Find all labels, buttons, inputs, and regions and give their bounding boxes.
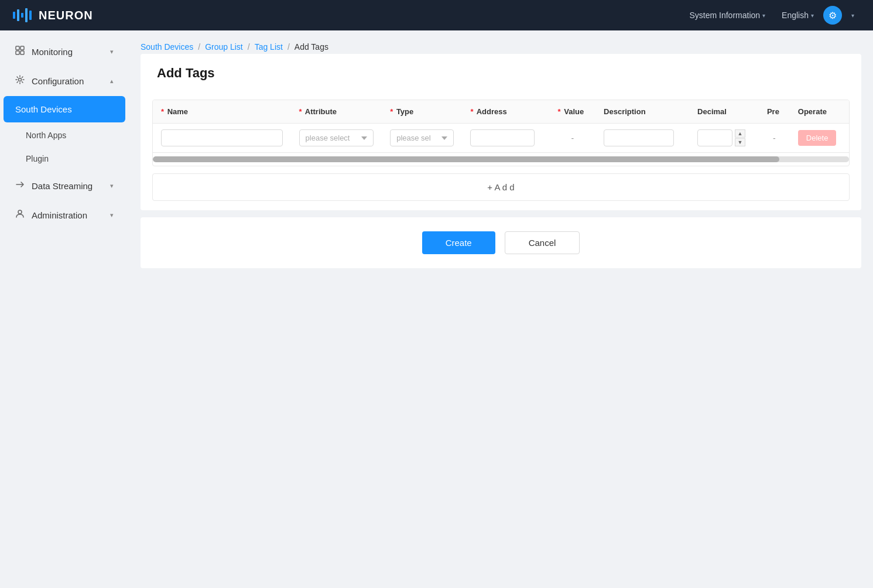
svg-rect-6 bbox=[20, 46, 24, 50]
svg-point-10 bbox=[18, 210, 22, 214]
decimal-input[interactable] bbox=[697, 129, 732, 146]
breadcrumb: South Devices / Group List / Tag List / … bbox=[141, 42, 861, 52]
tag-table-wrapper: * Name * Attribute * Type bbox=[152, 100, 850, 166]
breadcrumb-sep-2: / bbox=[248, 42, 250, 52]
sidebar-item-data-streaming[interactable]: Data Streaming ▾ bbox=[4, 172, 125, 200]
plugin-label: Plugin bbox=[26, 154, 49, 163]
configuration-chevron: ▴ bbox=[110, 77, 114, 85]
svg-rect-1 bbox=[17, 9, 19, 21]
sidebar-item-administration[interactable]: Administration ▾ bbox=[4, 201, 125, 229]
breadcrumb-south-devices[interactable]: South Devices bbox=[141, 42, 193, 52]
sidebar-item-administration-label: Administration bbox=[32, 210, 87, 220]
logo-text: NEURON bbox=[39, 9, 93, 22]
north-apps-label: North Apps bbox=[26, 131, 66, 140]
address-input[interactable] bbox=[470, 129, 535, 146]
logo-area: NEURON bbox=[12, 7, 93, 23]
sidebar-item-monitoring[interactable]: Monitoring ▾ bbox=[4, 37, 125, 66]
col-value: * Value bbox=[550, 100, 596, 124]
breadcrumb-sep-1: / bbox=[198, 42, 200, 52]
table-row: please select please sel bbox=[153, 124, 849, 153]
user-menu-button[interactable]: ▾ bbox=[844, 9, 861, 22]
col-address: * Address bbox=[462, 100, 549, 124]
configuration-icon bbox=[15, 75, 25, 87]
cancel-button[interactable]: Cancel bbox=[505, 231, 580, 254]
col-type: * Type bbox=[382, 100, 462, 124]
sidebar-item-south-devices[interactable]: South Devices bbox=[4, 96, 125, 122]
name-input[interactable] bbox=[161, 129, 283, 146]
language-label: English bbox=[782, 11, 809, 20]
breadcrumb-add-tags: Add Tags bbox=[295, 42, 328, 52]
language-chevron: ▾ bbox=[811, 12, 814, 19]
svg-rect-2 bbox=[21, 13, 23, 18]
name-cell bbox=[153, 124, 291, 153]
col-name: * Name bbox=[153, 100, 291, 124]
system-info-label: System Information bbox=[689, 11, 760, 20]
value-cell: - bbox=[550, 124, 596, 153]
breadcrumb-tag-list[interactable]: Tag List bbox=[255, 42, 283, 52]
breadcrumb-group-list[interactable]: Group List bbox=[205, 42, 243, 52]
tag-table: * Name * Attribute * Type bbox=[153, 100, 849, 166]
col-pre: Pre bbox=[759, 100, 790, 124]
monitoring-icon bbox=[15, 46, 25, 57]
main-layout: Monitoring ▾ Configuration ▴ South Devic… bbox=[0, 30, 873, 588]
svg-rect-5 bbox=[16, 46, 19, 50]
delete-button[interactable]: Delete bbox=[798, 130, 837, 146]
avatar[interactable]: ⚙ bbox=[823, 6, 842, 25]
top-nav: NEURON System Information ▾ English ▾ ⚙ … bbox=[0, 0, 873, 30]
sidebar-item-configuration-label: Configuration bbox=[32, 76, 84, 86]
svg-rect-4 bbox=[29, 11, 32, 20]
description-input[interactable] bbox=[604, 129, 674, 146]
sidebar-item-monitoring-label: Monitoring bbox=[32, 47, 73, 57]
type-select[interactable]: please sel bbox=[390, 129, 454, 146]
main-content: South Devices / Group List / Tag List / … bbox=[129, 30, 873, 588]
user-menu-chevron: ▾ bbox=[851, 12, 854, 19]
attribute-select[interactable]: please select bbox=[299, 129, 374, 146]
administration-icon bbox=[15, 209, 25, 221]
type-cell: please sel bbox=[382, 124, 462, 153]
svg-rect-8 bbox=[20, 51, 24, 54]
description-cell bbox=[595, 124, 689, 153]
svg-rect-0 bbox=[13, 12, 15, 19]
logo-icon bbox=[12, 7, 33, 23]
col-attribute: * Attribute bbox=[291, 100, 382, 124]
address-cell bbox=[462, 124, 549, 153]
action-card: Create Cancel bbox=[141, 217, 861, 268]
avatar-icon: ⚙ bbox=[829, 10, 837, 21]
sidebar-item-plugin[interactable]: Plugin bbox=[0, 147, 129, 170]
decimal-spinners: ▲ ▼ bbox=[735, 129, 745, 146]
pre-cell: - bbox=[759, 124, 790, 153]
attribute-cell: please select bbox=[291, 124, 382, 153]
table-body: please select please sel bbox=[153, 124, 849, 166]
table-section: * Name * Attribute * Type bbox=[141, 90, 861, 210]
operate-cell: Delete bbox=[790, 124, 849, 153]
svg-point-9 bbox=[19, 78, 22, 81]
breadcrumb-sep-3: / bbox=[287, 42, 290, 52]
administration-chevron: ▾ bbox=[110, 211, 114, 219]
add-row-button[interactable]: + A d d bbox=[152, 173, 850, 201]
svg-rect-7 bbox=[16, 51, 19, 54]
page-title: Add Tags bbox=[157, 66, 845, 81]
monitoring-chevron: ▾ bbox=[110, 48, 114, 56]
add-tags-card: Add Tags * Name * bbox=[141, 54, 861, 210]
decimal-down-button[interactable]: ▼ bbox=[735, 138, 745, 146]
card-header: Add Tags bbox=[141, 54, 861, 90]
data-streaming-chevron: ▾ bbox=[110, 182, 114, 190]
sidebar: Monitoring ▾ Configuration ▴ South Devic… bbox=[0, 30, 129, 588]
table-header: * Name * Attribute * Type bbox=[153, 100, 849, 124]
sidebar-item-configuration[interactable]: Configuration ▴ bbox=[4, 67, 125, 95]
col-operate: Operate bbox=[790, 100, 849, 124]
top-nav-right: System Information ▾ English ▾ ⚙ ▾ bbox=[682, 6, 861, 25]
horizontal-scrollbar[interactable] bbox=[153, 156, 849, 162]
svg-rect-3 bbox=[25, 8, 28, 22]
col-decimal: Decimal bbox=[689, 100, 759, 124]
data-streaming-icon bbox=[15, 180, 25, 192]
sidebar-item-north-apps[interactable]: North Apps bbox=[0, 124, 129, 147]
sidebar-item-data-streaming-label: Data Streaming bbox=[32, 181, 93, 191]
create-button[interactable]: Create bbox=[422, 231, 495, 254]
system-info-button[interactable]: System Information ▾ bbox=[682, 7, 772, 23]
language-button[interactable]: English ▾ bbox=[775, 7, 821, 23]
col-description: Description bbox=[595, 100, 689, 124]
south-devices-label: South Devices bbox=[15, 104, 72, 114]
decimal-up-button[interactable]: ▲ bbox=[735, 129, 745, 138]
decimal-cell: ▲ ▼ bbox=[689, 124, 759, 153]
